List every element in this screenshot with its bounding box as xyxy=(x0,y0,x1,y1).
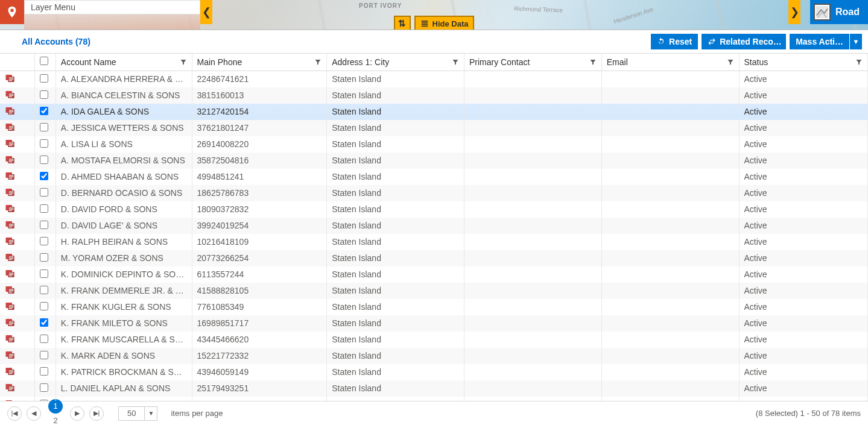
col-email[interactable]: Email xyxy=(601,54,739,71)
filter-icon[interactable] xyxy=(180,58,187,66)
table-row[interactable]: D. AHMED SHAABAN & SONS4994851241Staten … xyxy=(0,169,868,185)
row-checkbox[interactable] xyxy=(40,107,48,115)
collapse-left-button[interactable]: ❮ xyxy=(200,0,212,24)
table-row[interactable]: L. DANIEL KAPLAN & SONS25179493251Staten… xyxy=(0,380,868,397)
row-checkbox[interactable] xyxy=(40,302,48,310)
pager-page-2[interactable]: 2 xyxy=(48,414,63,426)
open-record-icon[interactable] xyxy=(5,122,16,132)
cell-phone: 7761085349 xyxy=(192,299,327,315)
table-row[interactable]: A. IDA GALEA & SONS32127420154Staten Isl… xyxy=(0,104,868,120)
table-row[interactable]: K. FRANK KUGLER & SONS7761085349Staten I… xyxy=(0,299,868,315)
row-checkbox[interactable] xyxy=(40,269,48,278)
row-checkbox[interactable] xyxy=(40,237,48,245)
open-record-icon[interactable] xyxy=(5,383,16,392)
row-checkbox[interactable] xyxy=(40,253,48,262)
open-record-icon[interactable] xyxy=(5,106,16,116)
row-checkbox[interactable] xyxy=(40,400,48,401)
row-checkbox[interactable] xyxy=(40,156,48,164)
col-primary-contact[interactable]: Primary Contact xyxy=(464,54,601,71)
table-row[interactable]: M. YORAM OZER & SONS20773266254Staten Is… xyxy=(0,250,868,266)
row-checkbox[interactable] xyxy=(40,74,48,83)
grid-scroll[interactable]: Account Name Main Phone Address 1: City … xyxy=(0,54,868,401)
row-checkbox[interactable] xyxy=(40,286,48,294)
col-account-name[interactable]: Account Name xyxy=(55,54,192,71)
reset-button[interactable]: Reset xyxy=(651,34,698,49)
row-checkbox[interactable] xyxy=(40,383,48,392)
open-record-icon[interactable] xyxy=(5,367,16,376)
table-row[interactable]: K. FRANK MILETO & SONS16989851717Staten … xyxy=(0,315,868,332)
col-city[interactable]: Address 1: City xyxy=(327,54,464,71)
table-row[interactable]: K. MARK ADEN & SONS15221772332Staten Isl… xyxy=(0,348,868,364)
table-row[interactable]: D. DAVID FORD & SONS18090372832Staten Is… xyxy=(0,201,868,218)
open-record-icon[interactable] xyxy=(5,155,16,165)
open-record-icon[interactable] xyxy=(5,399,16,401)
row-checkbox[interactable] xyxy=(40,221,48,229)
map-type-selector[interactable]: Road xyxy=(810,0,868,24)
table-row[interactable]: K. FRANK MUSCARELLA & SONS43445466620Sta… xyxy=(0,332,868,348)
cell-name: K. PATRICK BROCKMAN & SONS xyxy=(55,364,192,380)
open-record-icon[interactable] xyxy=(5,220,16,230)
pager-prev[interactable]: ◀ xyxy=(27,406,41,421)
filter-icon[interactable] xyxy=(855,58,863,66)
open-record-icon[interactable] xyxy=(5,204,16,213)
row-checkbox[interactable] xyxy=(40,188,48,197)
table-row[interactable]: A. BIANCA CELESTIN & SONS3815160013State… xyxy=(0,87,868,104)
open-record-icon[interactable] xyxy=(5,74,16,83)
col-status[interactable]: Status xyxy=(739,54,867,71)
row-checkbox[interactable] xyxy=(40,90,48,99)
pager-next[interactable]: ▶ xyxy=(70,406,84,421)
open-record-icon[interactable] xyxy=(5,301,16,311)
open-record-icon[interactable] xyxy=(5,318,16,327)
filter-icon[interactable] xyxy=(727,58,734,66)
open-record-icon[interactable] xyxy=(5,269,16,279)
table-row[interactable]: K. DOMINICK DEPINTO & SONS6113557244Stat… xyxy=(0,266,868,283)
table-row[interactable]: A. ALEXANDRA HERRERA & SONS22486741621St… xyxy=(0,71,868,87)
pager-first[interactable]: |◀ xyxy=(7,406,22,421)
table-row[interactable]: K. PATRICK BROCKMAN & SONS43946059149Sta… xyxy=(0,364,868,380)
page-size-select[interactable]: 50 ▼ xyxy=(118,406,157,421)
row-checkbox[interactable] xyxy=(40,318,48,327)
open-record-icon[interactable] xyxy=(5,350,16,360)
table-row[interactable]: A. MOSTAFA ELMORSI & SONS35872504816Stat… xyxy=(0,153,868,169)
open-record-icon[interactable] xyxy=(5,334,16,344)
open-record-icon[interactable] xyxy=(5,253,16,262)
table-row[interactable]: D. DAVID LAGE' & SONS39924019254Staten I… xyxy=(0,218,868,234)
open-record-icon[interactable] xyxy=(5,171,16,181)
table-row[interactable]: H. RALPH BEIRAN & SONS10216418109Staten … xyxy=(0,234,868,250)
row-checkbox[interactable] xyxy=(40,123,48,131)
col-main-phone[interactable]: Main Phone xyxy=(192,54,327,71)
pager-page-1[interactable]: 1 xyxy=(48,399,63,414)
related-records-button[interactable]: Related Reco… xyxy=(702,34,786,49)
table-row[interactable]: A. LISA LI & SONS26914008220Staten Islan… xyxy=(0,136,868,153)
layer-menu-dropdown[interactable]: Layer Menu xyxy=(24,0,200,14)
hide-data-button[interactable]: Hide Data xyxy=(414,16,475,30)
filter-icon[interactable] xyxy=(452,58,459,66)
row-checkbox[interactable] xyxy=(40,335,48,343)
open-record-icon[interactable] xyxy=(5,285,16,295)
row-checkbox[interactable] xyxy=(40,204,48,213)
row-checkbox[interactable] xyxy=(40,139,48,148)
table-row[interactable]: K. FRANK DEMMERLE JR. & SONS41588828105S… xyxy=(0,283,868,299)
select-all-checkbox[interactable] xyxy=(40,57,48,65)
table-row[interactable]: A. JESSICA WETTERS & SONS37621801247Stat… xyxy=(0,120,868,136)
filter-icon[interactable] xyxy=(589,58,597,66)
open-record-icon[interactable] xyxy=(5,236,16,246)
col-select-all[interactable] xyxy=(34,54,55,71)
mass-actions-button[interactable]: Mass Acti… xyxy=(790,34,849,49)
row-checkbox[interactable] xyxy=(40,367,48,376)
expand-vertical-button[interactable]: ⇅ xyxy=(394,16,411,30)
locate-button[interactable] xyxy=(0,0,24,24)
mass-actions-caret[interactable]: ▼ xyxy=(850,34,862,49)
open-record-icon[interactable] xyxy=(5,139,16,148)
open-record-icon[interactable] xyxy=(5,90,16,99)
open-record-icon[interactable] xyxy=(5,187,16,197)
collapse-right-button[interactable]: ❯ xyxy=(788,0,800,24)
row-checkbox[interactable] xyxy=(40,351,48,359)
row-checkbox[interactable] xyxy=(40,172,48,180)
pager-last[interactable]: ▶| xyxy=(89,406,104,421)
view-title[interactable]: All Accounts (78) xyxy=(22,37,90,46)
table-row[interactable]: L. DANIEL O'CONNOR & SONS37737519342Stat… xyxy=(0,397,868,401)
table-row[interactable]: D. BERNARD OCASIO & SONS18625786783State… xyxy=(0,185,868,201)
cell-phone: 18090372832 xyxy=(192,201,327,218)
filter-icon[interactable] xyxy=(314,58,322,66)
